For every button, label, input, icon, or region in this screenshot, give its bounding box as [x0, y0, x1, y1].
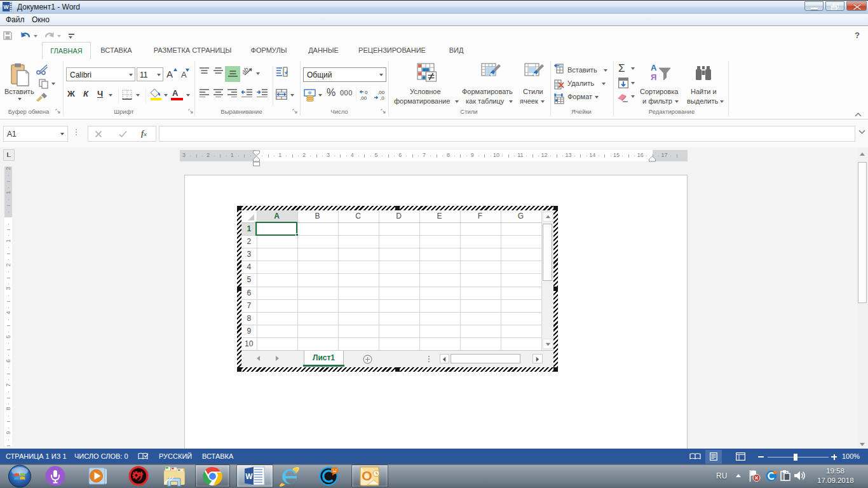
svg-text:0: 0	[365, 90, 368, 95]
svg-text:O: O	[362, 468, 372, 483]
svg-text:,00: ,00	[377, 90, 385, 95]
svg-text:,00: ,00	[360, 95, 367, 101]
svg-text:W: W	[3, 4, 9, 10]
svg-text:,0: ,0	[380, 95, 384, 101]
svg-text:W: W	[245, 472, 253, 481]
